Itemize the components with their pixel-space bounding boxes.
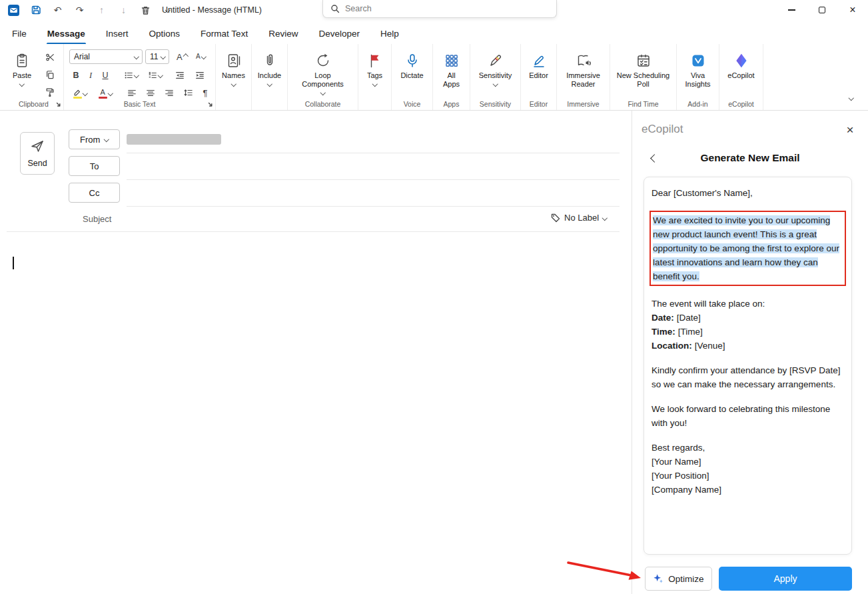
increase-indent-button[interactable]	[192, 68, 208, 83]
font-color-button[interactable]: A	[95, 85, 116, 101]
move-down-button[interactable]: ↓	[115, 2, 132, 18]
tab-insert[interactable]: Insert	[105, 27, 130, 40]
quick-access-toolbar: ↶ ↷ ↑ ↓	[5, 0, 176, 20]
tab-file[interactable]: File	[11, 27, 28, 40]
voice-group-label: Voice	[392, 100, 432, 108]
button-label: Tags	[367, 71, 382, 80]
names-button[interactable]: Names	[217, 47, 250, 101]
chevron-down-icon	[267, 81, 272, 87]
align-right-button[interactable]	[161, 85, 177, 100]
move-up-button[interactable]: ↑	[93, 2, 110, 18]
chevron-down-icon	[134, 73, 139, 78]
send-button[interactable]: Send	[20, 132, 55, 175]
text-highlight-color-button[interactable]	[69, 85, 91, 101]
immersive-group-label: Immersive	[557, 100, 610, 108]
button-label: Include	[258, 71, 281, 80]
chevron-down-icon	[372, 81, 378, 87]
button-label: Loop Components	[297, 71, 349, 89]
copy-button[interactable]	[41, 67, 59, 83]
clipboard-dialog-launcher[interactable]	[55, 101, 61, 107]
compose-area: Send From To Cc Subject No Label	[0, 111, 632, 594]
button-label: Viva Insights	[681, 71, 715, 89]
redo-button[interactable]: ↷	[71, 2, 88, 18]
loop-components-button[interactable]: Loop Components	[288, 47, 357, 101]
search-input[interactable]	[345, 4, 549, 13]
chevron-down-icon	[19, 81, 25, 87]
bold-button[interactable]: B	[69, 68, 83, 83]
calendar-poll-icon	[636, 52, 651, 69]
from-button[interactable]: From	[69, 129, 120, 149]
editor-button[interactable]: Editor	[522, 47, 556, 101]
cut-button[interactable]	[41, 49, 59, 65]
subject-field-label[interactable]: Subject	[83, 214, 111, 224]
sensitivity-button[interactable]: Sensitivity	[471, 47, 520, 101]
basic-text-dialog-launcher[interactable]	[207, 101, 213, 107]
email-event-details: The event will take place on: Date:[Date…	[651, 297, 844, 353]
font-size-value: 11	[150, 52, 158, 61]
format-painter-button[interactable]	[41, 84, 59, 100]
apps-group-label: Apps	[433, 100, 470, 108]
shrink-font-button[interactable]: A	[192, 49, 209, 64]
all-apps-button[interactable]: All Apps	[434, 47, 469, 101]
ecopilot-button[interactable]: eCopilot	[720, 47, 762, 101]
tab-options[interactable]: Options	[148, 27, 182, 40]
collaborate-group-label: Collaborate	[288, 100, 358, 108]
grow-font-button[interactable]: A	[173, 49, 191, 64]
optimize-button[interactable]: Optimize	[645, 567, 712, 591]
no-label-dropdown[interactable]: No Label	[550, 213, 607, 223]
tab-review[interactable]: Review	[267, 27, 299, 40]
font-size-combo[interactable]: 11	[145, 49, 169, 64]
window-title: Untitled - Message (HTML)	[162, 5, 262, 15]
new-scheduling-poll-button[interactable]: New Scheduling Poll	[611, 47, 675, 101]
signoff-line: Best regards,	[651, 441, 844, 455]
tab-help[interactable]: Help	[379, 27, 400, 40]
panel-title: eCopilot	[642, 123, 683, 136]
message-body[interactable]	[0, 234, 632, 594]
find-time-group-label: Find Time	[610, 100, 676, 108]
subject-divider	[7, 231, 620, 232]
line-spacing-button[interactable]	[180, 85, 196, 100]
collapse-ribbon-button[interactable]	[845, 93, 857, 103]
italic-button[interactable]: I	[84, 68, 97, 83]
send-icon	[30, 139, 45, 153]
flag-icon	[367, 52, 383, 69]
font-name-combo[interactable]: Arial	[69, 49, 143, 64]
numbering-button[interactable]	[145, 68, 165, 83]
decrease-indent-button[interactable]	[172, 68, 188, 83]
chevron-down-icon	[602, 215, 608, 221]
tab-message[interactable]: Message	[46, 27, 87, 40]
save-button[interactable]	[27, 2, 44, 18]
tab-format-text[interactable]: Format Text	[199, 27, 249, 40]
underline-button[interactable]: U	[99, 68, 112, 83]
minimize-button[interactable]	[776, 0, 807, 20]
ribbon-group-tags: Tags	[358, 44, 392, 110]
close-window-button[interactable]: ×	[837, 0, 868, 20]
tab-developer[interactable]: Developer	[317, 27, 361, 40]
highlighted-paragraph: We are excited to invite you to our upco…	[653, 215, 839, 281]
ribbon-group-names: Names	[216, 44, 252, 110]
bullets-button[interactable]	[121, 68, 141, 83]
chevron-down-icon	[493, 81, 498, 87]
close-panel-button[interactable]: ×	[841, 121, 859, 139]
editor-pen-icon	[531, 52, 547, 69]
apply-button[interactable]: Apply	[719, 567, 852, 591]
viva-insights-button[interactable]: Viva Insights	[677, 47, 718, 101]
include-button[interactable]: Include	[252, 47, 286, 101]
to-button[interactable]: To	[69, 156, 120, 176]
paste-button[interactable]: Paste	[7, 47, 37, 101]
from-field-divider	[127, 153, 620, 153]
line-spacing-icon	[183, 88, 193, 97]
dictate-button[interactable]: Dictate	[392, 47, 432, 101]
button-label: Dictate	[400, 71, 423, 80]
align-center-button[interactable]	[143, 85, 159, 100]
search-box[interactable]	[322, 0, 557, 18]
tags-button[interactable]: Tags	[359, 47, 390, 101]
cc-button[interactable]: Cc	[69, 183, 120, 203]
delete-button[interactable]	[137, 2, 154, 18]
maximize-button[interactable]	[807, 0, 837, 20]
undo-button[interactable]: ↶	[49, 2, 66, 18]
align-left-button[interactable]	[124, 85, 140, 100]
immersive-reader-button[interactable]: Immersive Reader	[558, 47, 609, 101]
sparkle-icon	[653, 573, 663, 584]
paragraph-marks-button[interactable]: ¶	[199, 85, 212, 100]
